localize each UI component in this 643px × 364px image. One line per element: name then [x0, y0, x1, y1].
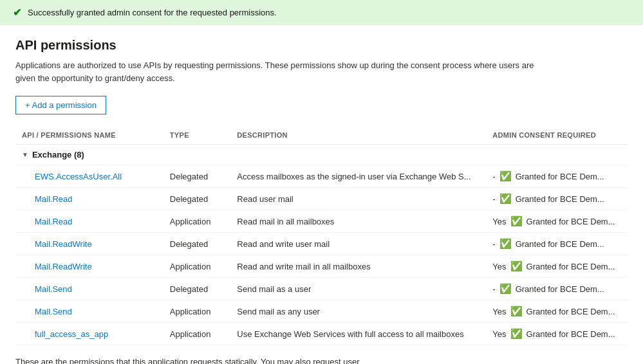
- table-row: Mail.Read Delegated Read user mail - ✅ G…: [15, 188, 628, 210]
- permission-desc-cell: Send mail as a user: [230, 278, 486, 300]
- granted-text: Granted for BCE Dem...: [527, 217, 615, 226]
- permission-type-cell: Delegated: [163, 165, 230, 188]
- admin-required-value: -: [492, 284, 495, 294]
- permission-name-cell: Mail.ReadWrite: [15, 255, 163, 278]
- granted-icon: ✅: [510, 260, 523, 272]
- success-banner: ✔ Successfully granted admin consent for…: [0, 0, 643, 25]
- admin-required-value: Yes: [492, 307, 506, 316]
- granted-icon: ✅: [499, 170, 512, 182]
- admin-required-value: -: [492, 239, 495, 249]
- table-row: EWS.AccessAsUser.All Delegated Access ma…: [15, 165, 628, 188]
- permission-name-link[interactable]: Mail.Read: [35, 194, 73, 204]
- admin-required-value: Yes: [492, 262, 506, 271]
- admin-required-value: -: [492, 194, 495, 204]
- table-row: full_access_as_app Application Use Excha…: [15, 323, 628, 345]
- granted-text: Granted for BCE Dem...: [516, 194, 604, 204]
- table-row: Mail.ReadWrite Application Read and writ…: [15, 255, 628, 278]
- permission-admin-cell: Yes ✅ Granted for BCE Dem...: [486, 300, 628, 323]
- granted-icon: ✅: [510, 305, 523, 317]
- admin-required-value: Yes: [492, 329, 506, 339]
- admin-required-value: Yes: [492, 217, 506, 226]
- granted-text: Granted for BCE Dem...: [527, 307, 615, 316]
- permission-type-cell: Application: [163, 300, 230, 323]
- permission-admin-cell: Yes ✅ Granted for BCE Dem...: [486, 210, 628, 233]
- granted-icon: ✅: [510, 215, 523, 227]
- granted-icon: ✅: [510, 328, 523, 340]
- granted-text: Granted for BCE Dem...: [516, 239, 604, 249]
- group-row: ▼ Exchange (8): [15, 145, 628, 165]
- col-header-admin: ADMIN CONSENT REQUIRED: [486, 126, 628, 145]
- permission-name-cell: Mail.Send: [15, 278, 163, 300]
- permissions-table: API / PERMISSIONS NAME TYPE DESCRIPTION …: [15, 126, 628, 345]
- col-header-desc: DESCRIPTION: [230, 126, 486, 145]
- add-permission-button[interactable]: + Add a permission: [15, 96, 106, 114]
- permission-name-cell: Mail.Read: [15, 210, 163, 233]
- permission-admin-cell: Yes ✅ Granted for BCE Dem...: [486, 255, 628, 278]
- granted-text: Granted for BCE Dem...: [516, 172, 604, 181]
- permission-type-cell: Delegated: [163, 233, 230, 255]
- table-row: Mail.Send Application Send mail as any u…: [15, 300, 628, 323]
- permission-admin-cell: - ✅ Granted for BCE Dem...: [486, 278, 628, 300]
- permission-desc-cell: Read and write user mail: [230, 233, 486, 255]
- permission-name-cell: Mail.Read: [15, 188, 163, 210]
- permission-desc-cell: Read user mail: [230, 188, 486, 210]
- footer-note-text: These are the permissions that this appl…: [15, 357, 360, 364]
- permission-desc-cell: Send mail as any user: [230, 300, 486, 323]
- permission-admin-cell: Yes ✅ Granted for BCE Dem...: [486, 323, 628, 345]
- permission-name-cell: full_access_as_app: [15, 323, 163, 345]
- permission-name-cell: Mail.Send: [15, 300, 163, 323]
- success-message: Successfully granted admin consent for t…: [28, 8, 277, 17]
- permission-admin-cell: - ✅ Granted for BCE Dem...: [486, 165, 628, 188]
- table-row: Mail.Send Delegated Send mail as a user …: [15, 278, 628, 300]
- permission-desc-cell: Read and write mail in all mailboxes: [230, 255, 486, 278]
- granted-text: Granted for BCE Dem...: [527, 262, 615, 271]
- granted-icon: ✅: [499, 238, 512, 250]
- granted-icon: ✅: [499, 193, 512, 205]
- granted-text: Granted for BCE Dem...: [516, 284, 604, 294]
- permission-name-link[interactable]: EWS.AccessAsUser.All: [35, 172, 122, 181]
- permission-type-cell: Application: [163, 323, 230, 345]
- col-header-type: TYPE: [163, 126, 230, 145]
- permission-name-link[interactable]: Mail.Read: [35, 217, 73, 226]
- page-title: API permissions: [15, 38, 628, 53]
- admin-required-value: -: [492, 172, 495, 181]
- permission-type-cell: Application: [163, 210, 230, 233]
- table-row: Mail.Read Application Read mail in all m…: [15, 210, 628, 233]
- footer-note: These are the permissions that this appl…: [15, 356, 376, 364]
- permission-type-cell: Application: [163, 255, 230, 278]
- permission-admin-cell: - ✅ Granted for BCE Dem...: [486, 188, 628, 210]
- permission-type-cell: Delegated: [163, 278, 230, 300]
- permission-name-cell: Mail.ReadWrite: [15, 233, 163, 255]
- group-name: Exchange (8): [32, 150, 84, 159]
- chevron-down-icon: ▼: [22, 151, 28, 158]
- permission-name-cell: EWS.AccessAsUser.All: [15, 165, 163, 188]
- table-header-row: API / PERMISSIONS NAME TYPE DESCRIPTION …: [15, 126, 628, 145]
- permission-name-link[interactable]: Mail.ReadWrite: [35, 239, 92, 249]
- col-header-name: API / PERMISSIONS NAME: [15, 126, 163, 145]
- permission-name-link[interactable]: Mail.Send: [35, 307, 72, 316]
- permission-type-cell: Delegated: [163, 188, 230, 210]
- granted-text: Granted for BCE Dem...: [527, 329, 615, 339]
- page-description: Applications are authorized to use APIs …: [15, 59, 543, 84]
- granted-icon: ✅: [499, 283, 512, 295]
- permission-name-link[interactable]: full_access_as_app: [35, 329, 108, 339]
- permission-desc-cell: Use Exchange Web Services with full acce…: [230, 323, 486, 345]
- permission-name-link[interactable]: Mail.Send: [35, 284, 72, 294]
- permission-name-link[interactable]: Mail.ReadWrite: [35, 262, 92, 271]
- table-row: Mail.ReadWrite Delegated Read and write …: [15, 233, 628, 255]
- success-icon: ✔: [13, 6, 21, 19]
- permission-admin-cell: - ✅ Granted for BCE Dem...: [486, 233, 628, 255]
- permission-desc-cell: Read mail in all mailboxes: [230, 210, 486, 233]
- permission-desc-cell: Access mailboxes as the signed-in user v…: [230, 165, 486, 188]
- group-label: ▼ Exchange (8): [22, 150, 621, 159]
